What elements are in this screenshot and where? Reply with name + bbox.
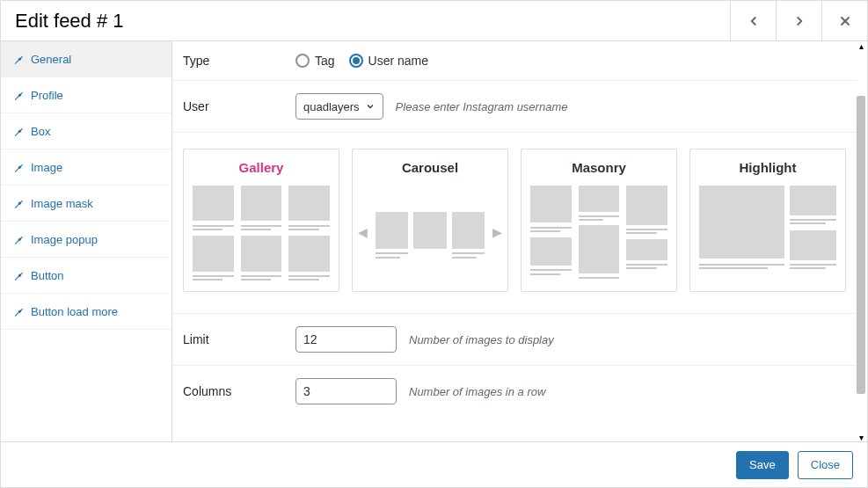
wrench-icon bbox=[13, 198, 24, 208]
type-label: Type bbox=[183, 54, 295, 68]
sidebar-item-label: Image mask bbox=[31, 197, 93, 210]
sidebar-item-label: General bbox=[31, 53, 71, 66]
wrench-icon bbox=[13, 54, 24, 64]
sidebar-item-label: Image popup bbox=[31, 233, 98, 246]
wrench-icon bbox=[13, 234, 24, 244]
scroll-down-icon[interactable]: ▾ bbox=[857, 433, 865, 441]
scrollbar-thumb[interactable] bbox=[857, 96, 865, 394]
chevron-right-icon bbox=[791, 13, 807, 29]
columns-hint: Number of images in a row bbox=[409, 385, 545, 398]
radio-label: Tag bbox=[315, 54, 335, 68]
close-button[interactable] bbox=[821, 1, 867, 41]
sidebar-item-image-mask[interactable]: Image mask bbox=[1, 186, 171, 222]
layout-title: Gallery bbox=[193, 160, 330, 175]
sidebar-item-box[interactable]: Box bbox=[1, 113, 171, 149]
wrench-icon bbox=[13, 90, 24, 100]
user-select[interactable]: quadlayers bbox=[295, 93, 383, 120]
radio-icon bbox=[349, 54, 363, 68]
layout-title: Highlight bbox=[699, 160, 836, 175]
sidebar-item-label: Image bbox=[31, 161, 62, 174]
wrench-icon bbox=[13, 306, 24, 317]
columns-input[interactable]: 3 bbox=[295, 378, 397, 404]
layout-option-masonry[interactable]: Masonry bbox=[521, 149, 677, 292]
content-panel: Type Tag User name bbox=[172, 41, 857, 441]
sidebar-item-label: Profile bbox=[31, 89, 63, 102]
layout-title: Masonry bbox=[530, 160, 667, 175]
user-hint: Please enter Instagram username bbox=[396, 100, 568, 113]
sidebar-item-label: Button bbox=[31, 269, 64, 282]
scrollbar-track[interactable] bbox=[857, 50, 865, 433]
layout-option-gallery[interactable]: Gallery bbox=[183, 149, 339, 292]
user-label: User bbox=[183, 99, 295, 113]
wrench-icon bbox=[13, 162, 24, 172]
sidebar-item-button[interactable]: Button bbox=[1, 258, 171, 294]
modal-header: Edit feed # 1 bbox=[1, 1, 867, 41]
field-columns: Columns 3 Number of images in a row bbox=[172, 366, 857, 417]
sidebar-item-image[interactable]: Image bbox=[1, 149, 171, 186]
layout-preview-masonry bbox=[530, 186, 667, 279]
wrench-icon bbox=[13, 126, 24, 136]
limit-hint: Number of images to display bbox=[409, 333, 554, 346]
columns-label: Columns bbox=[183, 384, 295, 398]
next-button[interactable] bbox=[776, 1, 821, 41]
layout-option-highlight[interactable]: Highlight bbox=[689, 149, 846, 292]
type-radio-group: Tag User name bbox=[295, 54, 428, 68]
triangle-right-icon: ▶ bbox=[492, 225, 502, 239]
modal-body: General Profile Box Image Image mask Ima… bbox=[1, 41, 867, 441]
prev-button[interactable] bbox=[730, 1, 776, 41]
sidebar: General Profile Box Image Image mask Ima… bbox=[1, 41, 172, 441]
scroll-up-icon[interactable]: ▴ bbox=[857, 41, 865, 50]
chevron-left-icon bbox=[746, 13, 762, 29]
layout-preview-carousel: ◀ ▶ bbox=[361, 186, 499, 279]
layout-preview-highlight bbox=[699, 186, 836, 279]
sidebar-item-general[interactable]: General bbox=[1, 41, 171, 77]
modal-footer: Save Close bbox=[1, 441, 867, 487]
field-user: User quadlayers Please enter Instagram u… bbox=[172, 81, 857, 133]
sidebar-item-label: Button load more bbox=[31, 305, 118, 318]
save-button[interactable]: Save bbox=[736, 451, 789, 479]
type-option-username[interactable]: User name bbox=[349, 54, 428, 68]
scrollbar[interactable]: ▴ ▾ bbox=[857, 41, 865, 441]
field-type: Type Tag User name bbox=[172, 41, 857, 81]
sidebar-item-label: Box bbox=[31, 125, 50, 138]
layout-preview-gallery bbox=[193, 186, 330, 279]
chevron-down-icon bbox=[365, 101, 376, 112]
radio-label: User name bbox=[368, 54, 428, 68]
layout-title: Carousel bbox=[361, 160, 499, 175]
close-button-footer[interactable]: Close bbox=[798, 451, 853, 479]
sidebar-item-image-popup[interactable]: Image popup bbox=[1, 222, 171, 258]
type-option-tag[interactable]: Tag bbox=[295, 54, 335, 68]
sidebar-item-button-load-more[interactable]: Button load more bbox=[1, 294, 171, 330]
limit-input[interactable]: 12 bbox=[295, 326, 397, 353]
wrench-icon bbox=[13, 270, 24, 280]
layout-picker: Gallery bbox=[172, 133, 857, 314]
modal-title: Edit feed # 1 bbox=[1, 10, 730, 33]
layout-option-carousel[interactable]: Carousel ◀ ▶ bbox=[352, 149, 508, 292]
sidebar-item-profile[interactable]: Profile bbox=[1, 77, 171, 113]
limit-label: Limit bbox=[183, 332, 295, 346]
edit-feed-modal: Edit feed # 1 General Profile Box bbox=[0, 0, 868, 488]
radio-icon bbox=[295, 54, 310, 68]
content-wrapper: Type Tag User name bbox=[172, 41, 867, 441]
field-limit: Limit 12 Number of images to display bbox=[172, 314, 857, 366]
close-icon bbox=[837, 13, 853, 29]
triangle-left-icon: ◀ bbox=[358, 225, 368, 239]
user-select-value: quadlayers bbox=[303, 100, 360, 113]
